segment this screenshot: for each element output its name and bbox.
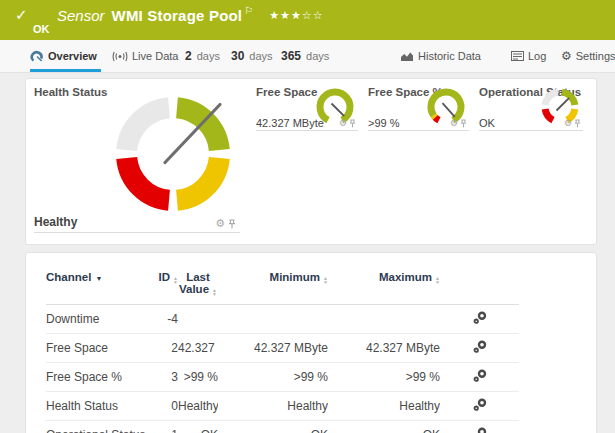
- channel-id: -4: [146, 305, 178, 334]
- tab-label: Historic Data: [418, 50, 481, 62]
- table-row: Free Space % 3 >99 % >99 % >99 %: [46, 363, 519, 392]
- tab-number: 2: [185, 49, 192, 63]
- channel-maximum: >99 %: [328, 363, 440, 392]
- column-header-channel[interactable]: Channel▼: [46, 269, 146, 305]
- channel-maximum: [328, 305, 440, 334]
- channel-last-value: 42.327 …: [178, 334, 218, 363]
- gauge-settings-gear-icon[interactable]: ⚙: [564, 119, 572, 128]
- pin-icon[interactable]: [228, 219, 236, 229]
- gauge-value: Healthy: [34, 215, 77, 229]
- gauge-value: OK: [479, 117, 495, 129]
- gauge-value: >99 %: [368, 117, 400, 129]
- sort-icon[interactable]: ▲▼: [435, 276, 440, 284]
- channel-id: 1: [146, 421, 178, 433]
- health-status-tile[interactable]: Health Status Healthy ⚙: [34, 83, 240, 233]
- channel-last-value: OK: [178, 421, 218, 433]
- sensor-kind-label: Sensor: [57, 7, 105, 24]
- gauge-icon: [30, 50, 44, 63]
- tab-label: days: [306, 50, 329, 62]
- sort-icon[interactable]: ▲▼: [323, 276, 328, 284]
- stars-empty[interactable]: ☆☆: [302, 9, 324, 21]
- column-header-maximum[interactable]: Maximum▲▼: [328, 269, 440, 305]
- tab-365-days[interactable]: 365days: [281, 40, 329, 72]
- channel-id: 3: [146, 363, 178, 392]
- stars-filled[interactable]: ★★★: [269, 9, 302, 21]
- priority-flag-icon[interactable]: ⚐: [244, 5, 253, 16]
- channel-id: 0: [146, 392, 178, 421]
- tab-number: 365: [281, 49, 301, 63]
- tab-log[interactable]: Log: [511, 40, 546, 72]
- sensor-title-row: SensorWMI Storage Pool⚐★★★☆☆: [57, 5, 324, 24]
- tab-settings[interactable]: ⚙ Settings: [561, 40, 615, 72]
- channel-last-value: >99 %: [178, 363, 218, 392]
- page-title: WMI Storage Pool: [112, 7, 243, 24]
- log-icon: [511, 51, 524, 61]
- channel-last-value: [178, 305, 218, 334]
- channel-name: Health Status: [46, 392, 146, 421]
- channel-name: Operational Status: [46, 421, 146, 433]
- channel-minimum: >99 %: [218, 363, 328, 392]
- column-header-id[interactable]: ID▲▼: [146, 269, 178, 305]
- channel-settings-gear-icon[interactable]: [473, 369, 487, 385]
- status-check-icon: ✓: [15, 6, 28, 24]
- tab-label: Log: [528, 50, 546, 62]
- live-signal-icon: [112, 51, 128, 62]
- tab-number: 30: [231, 49, 244, 63]
- sort-icon[interactable]: ▲▼: [212, 288, 217, 296]
- tab-label: Overview: [48, 50, 97, 62]
- channel-name: Downtime: [46, 305, 146, 334]
- gauge-settings-gear-icon[interactable]: ⚙: [450, 119, 458, 128]
- gauge-settings-gear-icon[interactable]: ⚙: [215, 218, 225, 229]
- channel-id: 2: [146, 334, 178, 363]
- free-space-pct-tile[interactable]: Free Space % >99 % ⚙: [368, 83, 469, 131]
- pin-icon[interactable]: [460, 119, 467, 128]
- tab-live-data[interactable]: Live Data: [112, 40, 178, 72]
- column-header-actions: [440, 269, 519, 305]
- gauges-panel: Health Status Healthy ⚙ Free Space: [25, 78, 597, 245]
- table-row: Operational Status 1 OK OK OK: [46, 421, 519, 433]
- tab-30-days[interactable]: 30days: [231, 40, 273, 72]
- gauge-title: Health Status: [34, 86, 108, 98]
- chart-icon: [400, 51, 414, 62]
- sort-desc-icon[interactable]: ▼: [95, 275, 102, 282]
- channel-settings-gear-icon[interactable]: [473, 398, 487, 414]
- channel-minimum: Healthy: [218, 392, 328, 421]
- tab-label: days: [249, 50, 272, 62]
- free-space-tile[interactable]: Free Space 42.327 MByte ⚙: [256, 83, 358, 131]
- pin-icon[interactable]: [349, 119, 356, 128]
- sensor-overview-page: ✓ SensorWMI Storage Pool⚐★★★☆☆ OK Overvi…: [0, 0, 615, 433]
- gauge-title: Free Space: [256, 86, 317, 98]
- channel-name: Free Space %: [46, 363, 146, 392]
- health-status-gauge: [108, 89, 238, 219]
- channel-name: Free Space: [46, 334, 146, 363]
- tab-historic-data[interactable]: Historic Data: [400, 40, 481, 72]
- gear-icon: ⚙: [561, 50, 572, 62]
- channel-settings-gear-icon[interactable]: [473, 340, 487, 356]
- gauge-settings-gear-icon[interactable]: ⚙: [339, 119, 347, 128]
- sort-icon[interactable]: ▲▼: [173, 276, 178, 284]
- tab-2-days[interactable]: 2days: [185, 40, 220, 72]
- pin-icon[interactable]: [574, 119, 581, 128]
- channel-settings-gear-icon[interactable]: [473, 311, 487, 327]
- operational-status-tile[interactable]: Operational Status OK ⚙: [479, 83, 583, 131]
- gauge-needle: [557, 98, 570, 111]
- table-row: Health Status 0 Healthy Healthy Healthy: [46, 392, 519, 421]
- channel-minimum: 42.327 MByte: [218, 334, 328, 363]
- gauge-needle: [332, 104, 345, 117]
- channel-maximum: OK: [328, 421, 440, 433]
- sensor-header: ✓ SensorWMI Storage Pool⚐★★★☆☆ OK: [0, 0, 615, 40]
- channels-panel: Channel▼ ID▲▼ Last Value▲▼ Minimum▲▼ Max…: [25, 252, 597, 433]
- sensor-status-badge: OK: [33, 23, 50, 35]
- table-row: Free Space 2 42.327 … 42.327 MByte 42.32…: [46, 334, 519, 363]
- tab-overview[interactable]: Overview: [30, 40, 97, 72]
- table-header-row: Channel▼ ID▲▼ Last Value▲▼ Minimum▲▼ Max…: [46, 269, 519, 305]
- channel-settings-gear-icon[interactable]: [473, 427, 487, 433]
- channel-maximum: Healthy: [328, 392, 440, 421]
- channel-minimum: OK: [218, 421, 328, 433]
- column-header-minimum[interactable]: Minimum▲▼: [218, 269, 328, 305]
- favorite-rating[interactable]: ★★★☆☆: [269, 9, 323, 21]
- table-row: Downtime -4: [46, 305, 519, 334]
- column-header-last-value[interactable]: Last Value▲▼: [178, 269, 218, 305]
- channels-table: Channel▼ ID▲▼ Last Value▲▼ Minimum▲▼ Max…: [46, 269, 519, 433]
- tab-label: days: [197, 50, 220, 62]
